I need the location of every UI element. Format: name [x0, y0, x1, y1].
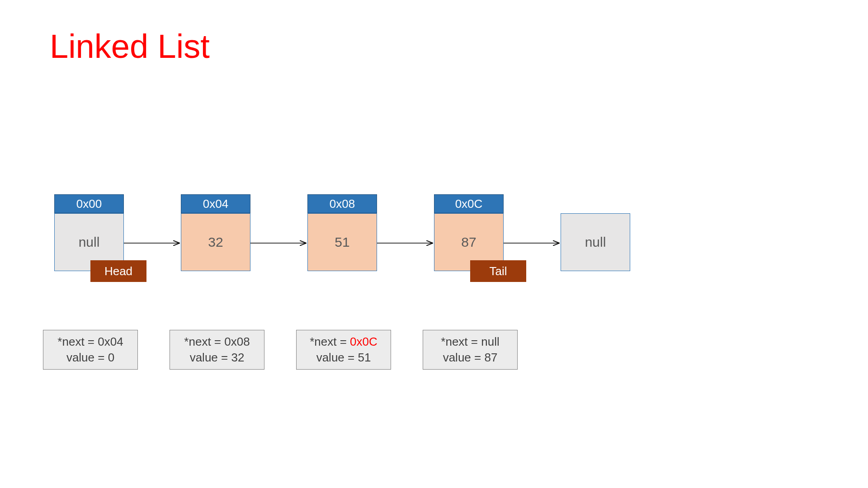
node-address: 0x0C — [434, 194, 504, 213]
node-info: *next = 0x0Cvalue = 51 — [296, 330, 391, 370]
node-value: null — [561, 213, 630, 271]
tail-label: Tail — [470, 260, 526, 282]
node-address: 0x08 — [307, 194, 377, 213]
info-next: *next = null — [441, 334, 499, 350]
info-value: value = 51 — [316, 350, 371, 366]
info-next: *next = 0x08 — [184, 334, 250, 350]
list-node: 0x0432 — [181, 194, 250, 271]
info-value: value = 0 — [66, 350, 114, 366]
diagram-stage: 0x00nullHead0x04320x08510x0C87Tailnull*n… — [0, 0, 868, 488]
info-next: *next = 0x04 — [57, 334, 123, 350]
node-value: 32 — [181, 213, 250, 271]
node-address: 0x04 — [181, 194, 250, 213]
info-next: *next = 0x0C — [310, 334, 377, 350]
node-value: 51 — [307, 213, 377, 271]
list-node: 0x0851 — [307, 194, 377, 271]
head-label: Head — [90, 260, 146, 282]
list-node: 0x00null — [54, 194, 124, 271]
node-info: *next = 0x08value = 32 — [170, 330, 264, 370]
info-value: value = 87 — [443, 350, 498, 366]
list-node: null — [561, 213, 630, 271]
node-address: 0x00 — [54, 194, 124, 213]
node-info: *next = nullvalue = 87 — [423, 330, 518, 370]
node-info: *next = 0x04value = 0 — [43, 330, 138, 370]
info-value: value = 32 — [190, 350, 245, 366]
list-node: 0x0C87 — [434, 194, 504, 271]
